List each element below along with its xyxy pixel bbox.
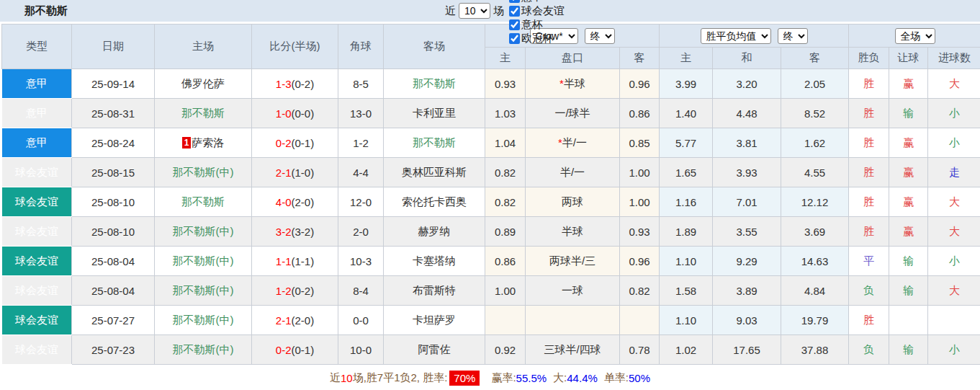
handicap-result-cell: 输 [889, 276, 928, 306]
home-team-name: 那不勒斯(中) [173, 254, 234, 267]
score-cell: 2-1(2-0) [252, 306, 338, 335]
away-team: 赫罗纳 [384, 217, 485, 247]
handicap-result-text: 输 [903, 284, 914, 296]
away-team: 那不勒斯 [384, 128, 485, 158]
half-time-score: (2-0) [292, 314, 315, 327]
goals-result-cell: 大 [928, 217, 980, 247]
avg-draw-odds-cell: 3.89 [713, 276, 781, 306]
competition-type-badge: 球会友谊 [2, 158, 72, 187]
recent-count-select[interactable]: 10 [459, 3, 490, 19]
handicap-result-cell: 输 [889, 335, 928, 365]
competition-type-badge: 球会友谊 [2, 306, 72, 335]
full-time-score: 1-3 [276, 78, 292, 90]
handicap-result-cell: 赢 [889, 158, 928, 187]
table-row: 球会友谊25-07-23那不勒斯(中)0-2(0-1)10-0阿雷佐0.92三球… [2, 335, 980, 365]
result-text: 胜 [863, 136, 874, 149]
handicap-result-text: 赢 [903, 77, 914, 89]
score-cell: 0-2(0-1) [252, 128, 338, 158]
header-group-row: 类型 日期 主场 比分(半场) 角球 客场 Crow* 终 胜平负均值 终 [2, 25, 980, 48]
match-date: 25-08-31 [72, 99, 155, 128]
result-text: 负 [863, 284, 874, 296]
table-row: 球会友谊25-07-27那不勒斯(中)2-1(2-0)0-0卡坦萨罗1.109.… [2, 306, 980, 335]
result-cell: 胜 [849, 306, 889, 335]
avg-odds-group-header: 胜平负均值 终 [660, 25, 849, 48]
filter-checkbox-3[interactable]: 球会友谊 [504, 4, 565, 18]
competition-type-badge: 意甲 [2, 69, 72, 99]
avg-draw-odds-cell: 17.65 [713, 335, 781, 365]
away-team-name: 那不勒斯 [413, 77, 456, 89]
table-row: 意甲25-08-241萨索洛0-2(0-1)1-2那不勒斯1.04*半/一0.8… [2, 128, 980, 158]
odds-time-select[interactable]: 终 [585, 28, 615, 44]
handicap-cell: *半球 [526, 69, 620, 99]
recent-label: 近 [445, 4, 456, 18]
checkbox-icon[interactable] [509, 6, 520, 17]
handicap-text: 两球 [562, 195, 583, 208]
goals-result-text: 大 [949, 284, 960, 296]
score-cell: 2-1(1-0) [252, 158, 338, 187]
subcol-avg-win: 主 [660, 48, 713, 69]
score-cell: 0-2(0-1) [252, 335, 338, 365]
filter-checkbox-4[interactable]: 意杯 [504, 18, 565, 32]
handicap-cell: 一球 [526, 276, 620, 306]
away-team-name: 奥林匹亚科斯 [402, 166, 467, 178]
match-date: 25-08-04 [72, 276, 155, 306]
match-date: 25-09-14 [72, 69, 155, 99]
avg-lose-odds-cell: 8.52 [781, 99, 849, 128]
avg-draw-odds-cell: 9.03 [713, 306, 781, 335]
avg-lose-odds-cell: 2.05 [781, 69, 849, 99]
handicap-result-text: 赢 [903, 166, 914, 178]
checkbox-icon[interactable] [509, 33, 520, 44]
avg-draw-odds-cell: 3.20 [713, 69, 781, 99]
big-rate-label: 大: [553, 371, 567, 385]
full-time-score: 4-0 [276, 196, 292, 208]
away-team: 卡塞塔纳 [384, 247, 485, 276]
odds-away-cell: 0.96 [620, 247, 660, 276]
col-header-type: 类型 [2, 25, 72, 69]
handicap-result-text: 赢 [903, 136, 914, 149]
full-time-score: 1-2 [276, 285, 292, 297]
handicap-cell: 半/一 [526, 158, 620, 187]
subcol-result: 胜负 [849, 48, 889, 69]
corners-cell: 13-0 [338, 99, 384, 128]
result-text: 胜 [863, 77, 874, 89]
away-team-name: 索伦托卡西奥 [402, 195, 467, 208]
away-team: 那不勒斯 [384, 69, 485, 99]
goals-result-cell: 小 [928, 99, 980, 128]
subcol-odds-home: 主 [485, 48, 526, 69]
subcol-goals: 进球数 [928, 48, 980, 69]
filter-label: 球会友谊 [521, 4, 565, 18]
col-header-corner: 角球 [338, 25, 384, 69]
home-team-name: 那不勒斯(中) [173, 166, 234, 178]
handicap-text: 半球 [564, 77, 585, 89]
result-text: 平 [863, 254, 874, 267]
full-time-score: 0-2 [276, 137, 292, 149]
competition-type-badge: 球会友谊 [2, 187, 72, 217]
avg-win-odds-cell: 1.89 [660, 217, 713, 247]
odds-home-cell: 0.86 [485, 247, 526, 276]
competition-type-badge: 意甲 [2, 128, 72, 158]
handicap-result-cell: 赢 [889, 187, 928, 217]
avg-win-odds-cell: 1.65 [660, 158, 713, 187]
away-team-name: 赫罗纳 [418, 225, 451, 237]
away-team-name: 那不勒斯 [413, 136, 456, 149]
checkbox-icon[interactable] [509, 19, 520, 30]
odds-away-cell [620, 306, 660, 335]
filter-checkbox-5[interactable]: 欧冠杯 [504, 32, 565, 45]
odds-home-cell: 0.93 [485, 69, 526, 99]
match-history-table: 类型 日期 主场 比分(半场) 角球 客场 Crow* 终 胜平负均值 终 [1, 24, 980, 365]
result-cell: 平 [849, 247, 889, 276]
handicap-text: 三球半/四球 [544, 343, 601, 355]
home-team-name: 那不勒斯(中) [173, 225, 234, 237]
handicap-cell: 半球 [526, 217, 620, 247]
corners-cell: 10-3 [338, 247, 384, 276]
checkbox-icon[interactable] [509, 0, 520, 3]
avg-odds-select[interactable]: 胜平负均值 [701, 28, 771, 44]
handicap-result-cell: 赢 [889, 128, 928, 158]
scope-select[interactable]: 全场 [895, 28, 935, 44]
competition-type-badge: 球会友谊 [2, 276, 72, 306]
filter-label: 意杯 [521, 18, 543, 32]
result-cell: 负 [849, 335, 889, 365]
odds-home-cell [485, 306, 526, 335]
handicap-result-text: 输 [903, 107, 914, 119]
avg-time-select[interactable]: 终 [778, 28, 808, 44]
